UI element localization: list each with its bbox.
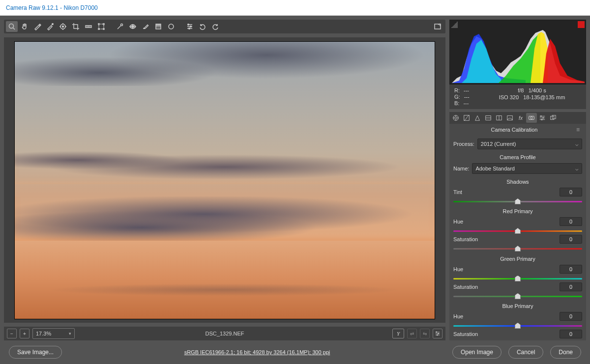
panel-header: Camera Calibration ≡ xyxy=(449,124,586,136)
svg-point-38 xyxy=(455,117,457,119)
svg-point-27 xyxy=(188,24,189,26)
red-sat-label: Saturation xyxy=(453,236,560,242)
panel-body: Process: 2012 (Current) Camera Profile N… xyxy=(449,136,586,340)
shadow-clip-warning[interactable] xyxy=(451,21,458,28)
green-hue-label: Hue xyxy=(453,266,560,272)
filename-label: DSC_1329.NEF xyxy=(206,331,244,336)
tab-calibration[interactable] xyxy=(526,113,537,123)
zoom-in-button[interactable]: + xyxy=(20,329,30,338)
target-adjust-tool[interactable] xyxy=(57,21,69,32)
tab-basic[interactable] xyxy=(450,113,461,123)
crop-tool[interactable] xyxy=(70,21,82,32)
tab-detail[interactable] xyxy=(472,113,483,123)
tab-split[interactable] xyxy=(494,113,504,123)
red-sat-value[interactable]: 0 xyxy=(560,235,582,244)
green-hue-value[interactable]: 0 xyxy=(560,265,582,274)
main-area: − + 17.3% DSC_1329.NEF Y ⇄ ⇆ xyxy=(0,16,590,340)
straighten-tool[interactable] xyxy=(83,21,94,32)
graduated-filter-tool[interactable] xyxy=(152,21,164,32)
green-sat-value[interactable]: 0 xyxy=(560,282,582,291)
footer-bar: Save Image... sRGB IEC61966-2.1; 16 bit;… xyxy=(0,340,590,364)
highlight-clip-warning[interactable] xyxy=(578,21,585,28)
save-image-button[interactable]: Save Image... xyxy=(9,346,62,359)
svg-rect-22 xyxy=(156,24,161,29)
readout-g: --- xyxy=(464,94,470,100)
blue-hue-label: Hue xyxy=(453,313,560,319)
blue-hue-value[interactable]: 0 xyxy=(560,312,582,321)
svg-point-56 xyxy=(541,119,542,120)
svg-point-23 xyxy=(169,24,174,29)
rotate-ccw-icon[interactable] xyxy=(197,21,208,32)
svg-rect-17 xyxy=(103,28,104,29)
tint-label: Tint xyxy=(453,189,560,195)
zoom-out-button[interactable]: − xyxy=(7,329,17,338)
left-pane: − + 17.3% DSC_1329.NEF Y ⇄ ⇆ xyxy=(4,20,445,340)
panel-menu-icon[interactable]: ≡ xyxy=(576,126,583,133)
red-eye-tool[interactable] xyxy=(127,21,139,32)
done-button[interactable]: Done xyxy=(550,346,581,359)
zoom-select[interactable]: 17.3% xyxy=(32,328,75,339)
svg-rect-16 xyxy=(98,28,99,29)
profile-name-label: Name: xyxy=(453,166,469,171)
red-primary-heading: Red Primary xyxy=(453,208,582,214)
image-viewport[interactable] xyxy=(4,37,445,323)
panel-title: Camera Calibration xyxy=(452,127,576,133)
svg-point-34 xyxy=(436,332,437,333)
white-balance-tool[interactable] xyxy=(31,21,43,32)
right-pane: R:--- G:--- B:--- f/8 1/400 s ISO 320 18… xyxy=(449,20,586,340)
svg-point-0 xyxy=(9,24,14,28)
tab-fx[interactable]: fx xyxy=(515,113,526,123)
copy-settings-button[interactable]: ⇆ xyxy=(420,329,430,338)
color-sampler-tool[interactable] xyxy=(44,21,56,32)
before-after-toggle[interactable]: Y xyxy=(392,329,404,338)
spot-removal-tool[interactable] xyxy=(114,21,126,32)
cancel-button[interactable]: Cancel xyxy=(508,346,543,359)
view-settings-button[interactable] xyxy=(433,329,442,338)
svg-line-1 xyxy=(13,28,15,30)
svg-point-18 xyxy=(121,24,123,26)
rotate-cw-icon[interactable] xyxy=(209,21,221,32)
svg-point-35 xyxy=(438,333,439,334)
red-hue-label: Hue xyxy=(453,219,560,224)
workflow-link[interactable]: sRGB IEC61966-2.1; 16 bit; 4928 by 3264 … xyxy=(67,349,447,355)
tab-hsl[interactable] xyxy=(483,113,494,123)
exif-readout: R:--- G:--- B:--- f/8 1/400 s ISO 320 18… xyxy=(449,84,586,109)
svg-rect-15 xyxy=(103,24,104,25)
red-hue-value[interactable]: 0 xyxy=(560,217,582,226)
profile-name-select[interactable]: Adobe Standard xyxy=(472,163,582,174)
svg-point-4 xyxy=(62,26,64,28)
viewer-bottom-bar: − + 17.3% DSC_1329.NEF Y ⇄ ⇆ xyxy=(4,327,445,340)
adjustment-brush-tool[interactable] xyxy=(140,21,151,32)
iso-label: ISO 320 xyxy=(499,94,519,100)
tab-snapshots[interactable] xyxy=(548,113,559,123)
green-primary-heading: Green Primary xyxy=(453,256,582,262)
top-toolbar xyxy=(4,20,445,33)
process-label: Process: xyxy=(453,141,474,147)
lens-label: 18-135@135 mm xyxy=(523,94,565,100)
svg-point-28 xyxy=(190,26,192,28)
readout-b: --- xyxy=(463,100,469,106)
svg-point-29 xyxy=(189,28,190,29)
open-image-button[interactable]: Open Image xyxy=(452,346,502,359)
svg-rect-14 xyxy=(98,24,99,25)
tab-presets[interactable] xyxy=(537,113,548,123)
panel-tabstrip: fx xyxy=(449,112,586,124)
preferences-icon[interactable] xyxy=(184,21,196,32)
process-select[interactable]: 2012 (Current) xyxy=(477,139,582,149)
shadows-heading: Shadows xyxy=(453,179,582,185)
transform-tool[interactable] xyxy=(95,21,107,32)
svg-point-54 xyxy=(540,115,541,116)
camera-profile-heading: Camera Profile xyxy=(453,154,582,160)
blue-sat-value[interactable]: 0 xyxy=(560,330,582,338)
radial-filter-tool[interactable] xyxy=(165,21,177,32)
hand-tool[interactable] xyxy=(19,21,30,32)
swap-before-after-button[interactable]: ⇄ xyxy=(407,329,417,338)
tint-value[interactable]: 0 xyxy=(560,188,582,196)
histogram[interactable] xyxy=(449,20,586,84)
fullscreen-icon[interactable] xyxy=(432,21,443,32)
tab-curve[interactable] xyxy=(461,113,472,123)
tab-lens[interactable] xyxy=(504,113,515,123)
preview-image xyxy=(14,41,435,319)
titlebar: Camera Raw 9.12.1 - Nikon D7000 xyxy=(0,0,590,16)
zoom-tool[interactable] xyxy=(6,21,18,32)
